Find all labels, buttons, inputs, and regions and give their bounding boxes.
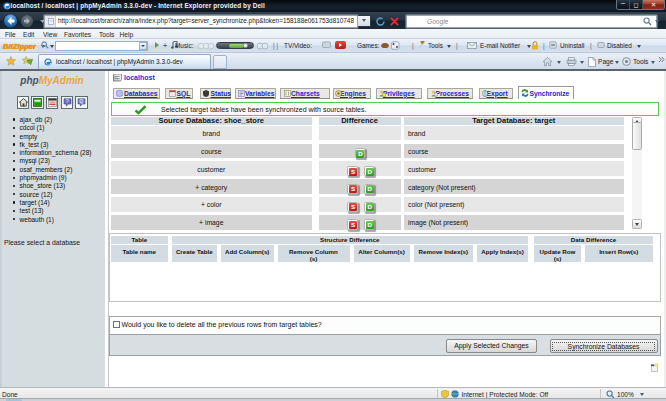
svg-text:?: ? [66,99,69,104]
svg-text:Q: Q [80,99,84,104]
